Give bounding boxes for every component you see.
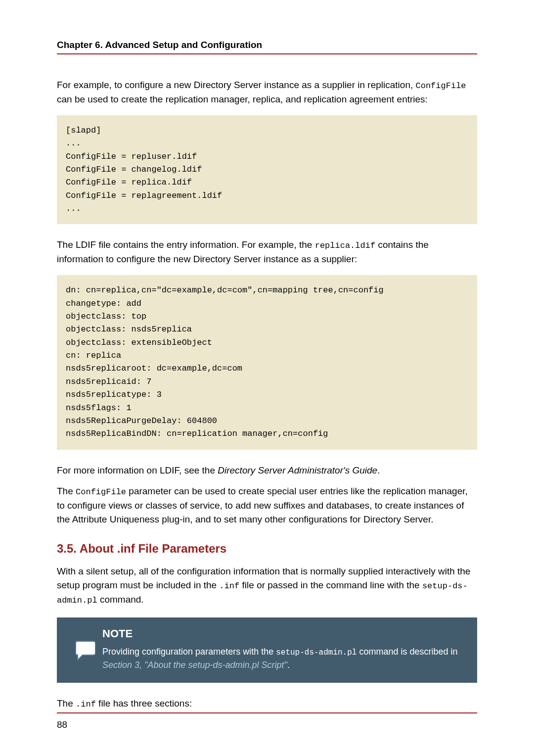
inline-code-replica-ldif: replica.ldif <box>315 241 375 250</box>
paragraph-inf-sections: The .inf file has three sections: <box>57 697 477 711</box>
code-block-ldif: dn: cn=replica,cn="dc=example,dc=com",cn… <box>57 275 477 449</box>
section-heading: 3.5. About .inf File Parameters <box>57 542 477 556</box>
text: Providing configuration parameters with … <box>102 647 276 657</box>
code-block-slapd: [slapd] ... ConfigFile = repluser.ldif C… <box>57 115 477 224</box>
inline-code-configfile: ConfigFile <box>76 487 126 497</box>
book-title: Directory Server Administrator's Guide <box>218 465 377 475</box>
text: For example, to configure a new Director… <box>57 80 416 90</box>
page-number: 88 <box>57 719 67 730</box>
text: The LDIF file contains the entry informa… <box>57 239 315 250</box>
text: The <box>57 486 76 496</box>
paragraph-ldif-intro: The LDIF file contains the entry informa… <box>57 238 477 266</box>
paragraph-configfile-uses: The ConfigFile parameter can be used to … <box>57 484 477 527</box>
text: file has three sections: <box>96 698 192 709</box>
note-box: NOTE Providing configuration parameters … <box>57 617 477 683</box>
text: command. <box>97 594 144 605</box>
chapter-header: Chapter 6. Advanced Setup and Configurat… <box>57 40 477 54</box>
note-title: NOTE <box>102 627 467 640</box>
inline-code-inf: .inf <box>219 581 239 591</box>
cross-reference-link[interactable]: Section 3, "About the setup-ds-admin.pl … <box>102 660 287 670</box>
paragraph-intro: For example, to configure a new Director… <box>57 78 477 106</box>
text: . <box>377 465 380 475</box>
text: For more information on LDIF, see the <box>57 465 218 475</box>
text: . <box>287 660 290 670</box>
text: The <box>57 698 76 709</box>
footer-rule <box>57 712 477 713</box>
inline-code-setup-ds-admin: setup-ds-admin.pl <box>276 648 356 657</box>
page: Chapter 6. Advanced Setup and Configurat… <box>0 0 534 756</box>
paragraph-silent-setup: With a silent setup, all of the configur… <box>57 565 477 607</box>
note-speech-icon <box>73 638 96 662</box>
text: file or passed in the command line with … <box>239 580 422 590</box>
note-icon-column <box>67 627 102 672</box>
inline-code-inf: .inf <box>76 700 96 709</box>
note-text: Providing configuration parameters with … <box>102 645 467 672</box>
inline-code-configfile: ConfigFile <box>416 81 466 91</box>
text: command is described in <box>356 647 457 657</box>
text: can be used to create the replication ma… <box>57 94 428 104</box>
note-content: NOTE Providing configuration parameters … <box>102 627 467 672</box>
paragraph-more-info: For more information on LDIF, see the Di… <box>57 464 477 478</box>
